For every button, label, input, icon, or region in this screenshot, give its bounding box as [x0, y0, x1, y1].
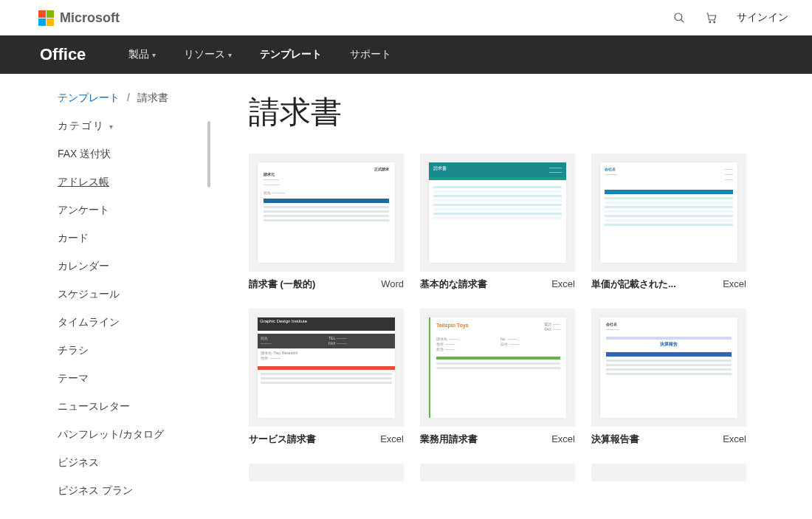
template-card[interactable]: 会社名───── 決算報告 決算報告書 Excel: [591, 309, 746, 446]
template-title: 業務用請求書: [420, 433, 478, 446]
category-item[interactable]: ニュースレター: [58, 393, 210, 421]
category-item[interactable]: チラシ: [58, 337, 210, 365]
nav-label: テンプレート: [260, 48, 322, 61]
template-title: 請求書 (一般的): [249, 278, 315, 291]
nav-item-support[interactable]: サポート: [350, 48, 391, 61]
template-app: Excel: [723, 433, 746, 444]
category-item[interactable]: アドレス帳: [58, 168, 210, 196]
thumb-heading: Graphic Design Institute: [260, 319, 307, 323]
main-content: 請求書 正式請求 請求元──────────── 宛先 ───── 請求書 (一…: [210, 74, 812, 519]
template-thumbnail: [249, 464, 404, 481]
global-header: Microsoft サインイン: [0, 0, 812, 35]
svg-point-2: [709, 21, 711, 23]
template-thumbnail: [420, 464, 575, 481]
template-meta: 基本的な請求書 Excel: [420, 278, 575, 291]
microsoft-brand[interactable]: Microsoft: [38, 10, 120, 26]
cart-icon[interactable]: [704, 10, 719, 25]
left-sidebar: テンプレート / 請求書 カテゴリ▾ FAX 送付状 アドレス帳 アンケート カ…: [0, 74, 210, 519]
svg-point-0: [675, 13, 682, 21]
category-item[interactable]: ビジネス プラン: [58, 477, 210, 505]
office-brand[interactable]: Office: [40, 45, 86, 64]
template-thumbnail: 正式請求 請求元──────────── 宛先 ─────: [249, 154, 404, 272]
nav-label: 製品: [128, 48, 149, 61]
breadcrumb-separator: /: [127, 92, 130, 103]
category-header-label: カテゴリ: [58, 120, 105, 133]
category-header[interactable]: カテゴリ▾: [58, 118, 210, 140]
template-meta: サービス請求書 Excel: [249, 433, 404, 446]
category-list-scroll: カテゴリ▾ FAX 送付状 アドレス帳 アンケート カード カレンダー スケジュ…: [58, 118, 210, 509]
template-meta: 単価が記載された... Excel: [591, 278, 746, 291]
breadcrumb: テンプレート / 請求書: [58, 92, 210, 105]
template-app: Excel: [380, 433, 404, 444]
template-card[interactable]: [591, 464, 746, 481]
nav-label: リソース: [184, 48, 225, 61]
breadcrumb-link[interactable]: テンプレート: [58, 92, 120, 103]
category-item[interactable]: パンフレット/カタログ: [58, 421, 210, 449]
template-title: サービス請求書: [249, 433, 316, 446]
template-meta: 決算報告書 Excel: [591, 433, 746, 446]
template-app: Excel: [551, 278, 575, 289]
sign-in-link[interactable]: サインイン: [737, 11, 788, 24]
header-right: サインイン: [672, 10, 788, 25]
template-card[interactable]: Tailspin Toys電話 ───FAX ─── 請求先 ────住所 ──…: [420, 309, 575, 446]
chevron-down-icon: ▾: [152, 51, 156, 59]
category-item[interactable]: アンケート: [58, 196, 210, 224]
template-card[interactable]: Graphic Design Institute 宛先────TEL ────F…: [249, 309, 404, 446]
thumb-heading: Tailspin Toys: [436, 323, 469, 328]
template-card[interactable]: 正式請求 請求元──────────── 宛先 ───── 請求書 (一般的) …: [249, 154, 404, 291]
template-thumbnail: 会社名───── 決算報告: [591, 309, 746, 427]
template-title: 基本的な請求書: [420, 278, 487, 291]
page-title: 請求書: [249, 92, 790, 133]
category-list: カテゴリ▾ FAX 送付状 アドレス帳 アンケート カード カレンダー スケジュ…: [58, 118, 210, 505]
brand-name: Microsoft: [60, 10, 120, 26]
category-item[interactable]: ビジネス: [58, 449, 210, 477]
category-item[interactable]: FAX 送付状: [58, 140, 210, 168]
template-card[interactable]: [420, 464, 575, 481]
microsoft-logo-icon: [38, 10, 54, 26]
template-card[interactable]: 請求書──────── 基本的な請求書 Excel: [420, 154, 575, 291]
template-card[interactable]: [249, 464, 404, 481]
search-icon[interactable]: [672, 10, 687, 25]
template-thumbnail: Tailspin Toys電話 ───FAX ─── 請求先 ────住所 ──…: [420, 309, 575, 427]
category-item[interactable]: タイムライン: [58, 309, 210, 337]
template-thumbnail: Graphic Design Institute 宛先────TEL ────F…: [249, 309, 404, 427]
template-grid: 正式請求 請求元──────────── 宛先 ───── 請求書 (一般的) …: [249, 154, 790, 481]
template-meta: 請求書 (一般的) Word: [249, 278, 404, 291]
category-item[interactable]: テーマ: [58, 365, 210, 393]
nav-item-templates[interactable]: テンプレート: [260, 48, 322, 61]
template-app: Word: [381, 278, 404, 289]
template-thumbnail: 請求書────────: [420, 154, 575, 272]
nav-label: サポート: [350, 48, 391, 61]
nav-item-resources[interactable]: リソース▾: [184, 48, 232, 61]
template-thumbnail: [591, 464, 746, 481]
category-item[interactable]: スケジュール: [58, 281, 210, 309]
template-app: Excel: [723, 278, 746, 289]
template-card[interactable]: 会社名────────────── 単価が記載された... Excel: [591, 154, 746, 291]
svg-line-1: [681, 19, 684, 22]
svg-point-3: [714, 21, 715, 23]
template-thumbnail: 会社名──────────────: [591, 154, 746, 272]
template-title: 決算報告書: [591, 433, 639, 446]
page-body: テンプレート / 請求書 カテゴリ▾ FAX 送付状 アドレス帳 アンケート カ…: [0, 74, 812, 519]
chevron-down-icon: ▾: [228, 51, 232, 59]
template-app: Excel: [551, 433, 575, 444]
breadcrumb-current: 請求書: [137, 92, 168, 103]
primary-nav: Office 製品▾ リソース▾ テンプレート サポート: [0, 35, 812, 74]
nav-item-products[interactable]: 製品▾: [128, 48, 156, 61]
template-title: 単価が記載された...: [591, 278, 676, 291]
category-item[interactable]: カード: [58, 224, 210, 252]
category-item[interactable]: カレンダー: [58, 252, 210, 281]
template-meta: 業務用請求書 Excel: [420, 433, 575, 446]
scrollbar-thumb[interactable]: [207, 121, 210, 188]
chevron-down-icon: ▾: [109, 123, 114, 131]
